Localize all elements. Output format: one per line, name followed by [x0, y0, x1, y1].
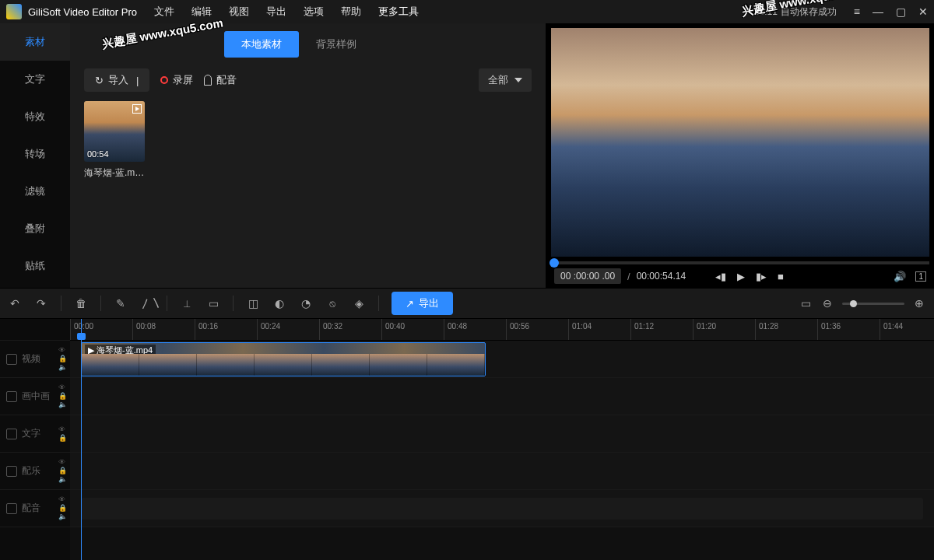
menu-help[interactable]: 帮助 [341, 5, 361, 19]
prev-frame-icon[interactable]: ◂▮ [715, 271, 726, 282]
media-filter-select[interactable]: 全部 [479, 68, 532, 92]
mic-icon[interactable]: ⍉ [325, 297, 339, 310]
menubar: 文件 编辑 视图 导出 选项 帮助 更多工具 [154, 5, 419, 19]
import-button[interactable]: ↻ 导入 | [84, 68, 149, 92]
current-timecode: 00 :00:00 .00 [554, 268, 621, 284]
timeline-tracks: 00:00 00:08 00:16 00:24 00:32 00:40 00:4… [70, 319, 934, 560]
app-title: GiliSoft Video Editor Pro [28, 6, 137, 18]
tab-filters[interactable]: 滤镜 [0, 173, 70, 210]
autosave-label: 自动保存成功 [781, 5, 837, 19]
track-name: 文字 [22, 427, 40, 440]
autosave-status: ✓ 18:11 自动保存成功 [743, 5, 837, 19]
eye-icon[interactable]: 👁 [58, 459, 67, 466]
aspect-icon[interactable]: ▭ [206, 297, 220, 310]
undo-icon[interactable]: ↶ [8, 297, 22, 310]
split-icon[interactable]: 〳〵 [140, 297, 154, 310]
text-track-row[interactable] [70, 415, 934, 453]
lock-icon[interactable]: 🔒 [58, 435, 67, 442]
autosave-time: 18:11 [754, 6, 778, 17]
media-clip[interactable]: 00:54 海琴烟-蓝.mp4 [84, 101, 145, 180]
left-category-tabs: 素材 文字 特效 转场 滤镜 叠附 贴纸 [0, 23, 70, 288]
clip-filename: 海琴烟-蓝.mp4 [84, 166, 145, 180]
fit-icon[interactable]: ▭ [799, 297, 813, 310]
menu-view[interactable]: 视图 [229, 5, 249, 19]
tab-sample-bg[interactable]: 背景样例 [299, 31, 374, 58]
tab-stickers[interactable]: 贴纸 [0, 247, 70, 285]
pip-icon[interactable]: ◫ [246, 297, 260, 310]
eye-icon[interactable]: 👁 [58, 426, 67, 433]
preview-viewport[interactable] [551, 28, 929, 257]
eye-icon[interactable]: 👁 [58, 496, 67, 503]
tab-transitions[interactable]: 转场 [0, 135, 70, 173]
voiceover-button[interactable]: 配音 [204, 73, 237, 87]
media-panel: 兴趣屋 www.xqu5.com 本地素材 背景样例 ↻ 导入 | 录屏 配音 … [70, 23, 546, 288]
track-name: 配乐 [22, 464, 40, 478]
menu-options[interactable]: 选项 [304, 5, 324, 19]
eye-icon[interactable]: 👁 [58, 384, 67, 391]
tab-text[interactable]: 文字 [0, 61, 70, 98]
lock-icon[interactable]: 🔒 [58, 467, 67, 474]
zoom-slider[interactable] [842, 303, 904, 305]
menu-export[interactable]: 导出 [266, 5, 286, 19]
pip-track-row[interactable] [70, 378, 934, 415]
mute-icon[interactable]: 🔈 [58, 364, 67, 371]
tab-media[interactable]: 素材 [0, 23, 70, 61]
workspace: 素材 文字 特效 转场 滤镜 叠附 贴纸 兴趣屋 www.xqu5.com 本地… [0, 23, 934, 288]
chroma-icon[interactable]: ◈ [352, 297, 366, 310]
maximize-icon[interactable]: ▢ [896, 5, 906, 18]
zoom-in-icon[interactable]: ⊕ [912, 297, 926, 310]
menu-edit[interactable]: 编辑 [191, 5, 212, 19]
clip-thumbnail: 00:54 [84, 101, 145, 162]
voice-track-row[interactable] [70, 490, 934, 527]
tab-effects[interactable]: 特效 [0, 98, 70, 135]
volume-icon[interactable]: 🔊 [894, 271, 906, 282]
import-label: 导入 [108, 73, 128, 87]
music-track-icon [6, 466, 17, 477]
export-button[interactable]: ↗ 导出 [392, 292, 453, 315]
minimize-icon[interactable]: — [873, 5, 883, 18]
mic-icon [204, 75, 212, 86]
delete-icon[interactable]: 🗑 [74, 297, 88, 310]
next-frame-icon[interactable]: ▮▸ [756, 271, 767, 282]
eye-icon[interactable]: 👁 [58, 347, 67, 354]
redo-icon[interactable]: ↷ [34, 297, 48, 310]
lock-icon[interactable]: 🔒 [58, 355, 67, 362]
hamburger-icon[interactable]: ≡ [854, 5, 860, 18]
edit-icon[interactable]: ✎ [114, 297, 128, 310]
play-icon [132, 104, 142, 114]
crop-icon[interactable]: ⟂ [180, 297, 194, 310]
zoom-out-icon[interactable]: ⊖ [820, 297, 834, 310]
preview-controls: 00 :00:00 .00 / 00:00:54.14 ◂▮ ▶ ▮▸ ■ 兴趣… [546, 264, 934, 288]
video-track-row[interactable]: ▶ 海琴烟-蓝.mp4 [70, 341, 934, 378]
stop-icon[interactable]: ■ [778, 271, 784, 282]
track-name: 视频 [22, 352, 40, 366]
scrub-handle[interactable] [550, 258, 559, 268]
menu-more-tools[interactable]: 更多工具 [378, 5, 419, 19]
music-track-row[interactable] [70, 453, 934, 490]
timeline-clip[interactable]: ▶ 海琴烟-蓝.mp4 [81, 342, 486, 376]
spot-button[interactable]: 1 [915, 271, 926, 282]
tab-local-media[interactable]: 本地素材 [224, 31, 299, 58]
menu-file[interactable]: 文件 [154, 5, 174, 19]
timeline: 视频 👁🔒🔈 画中画 👁🔒🔈 文字 👁🔒 配乐 👁🔒🔈 配音 👁🔒🔈 0 [0, 319, 934, 560]
close-icon[interactable]: ✕ [918, 5, 928, 18]
lock-icon[interactable]: 🔒 [58, 393, 67, 400]
check-icon: ✓ [743, 6, 751, 17]
timeline-ruler[interactable]: 00:00 00:08 00:16 00:24 00:32 00:40 00:4… [70, 319, 934, 341]
record-screen-button[interactable]: 录屏 [160, 73, 193, 87]
speed-icon[interactable]: ◔ [299, 297, 313, 310]
mute-icon[interactable]: 🔈 [58, 513, 67, 520]
playhead[interactable] [81, 319, 82, 560]
filter-selected: 全部 [488, 73, 508, 87]
lock-icon[interactable]: 🔒 [58, 505, 67, 512]
pip-track-icon [6, 391, 17, 402]
tab-overlay[interactable]: 叠附 [0, 210, 70, 247]
play-icon[interactable]: ▶ [737, 271, 745, 282]
mute-icon[interactable]: 🔈 [58, 401, 67, 408]
preview-scrubber[interactable] [551, 261, 929, 264]
track-label-music: 配乐 👁🔒🔈 [0, 453, 70, 490]
text-track-icon [6, 429, 17, 439]
mute-icon[interactable]: 🔈 [58, 476, 67, 483]
timeline-toolbar: ↶ ↷ 🗑 ✎ 〳〵 ⟂ ▭ ◫ ◐ ◔ ⍉ ◈ ↗ 导出 ▭ ⊖ ⊕ [0, 288, 934, 319]
rotate-icon[interactable]: ◐ [272, 297, 286, 310]
